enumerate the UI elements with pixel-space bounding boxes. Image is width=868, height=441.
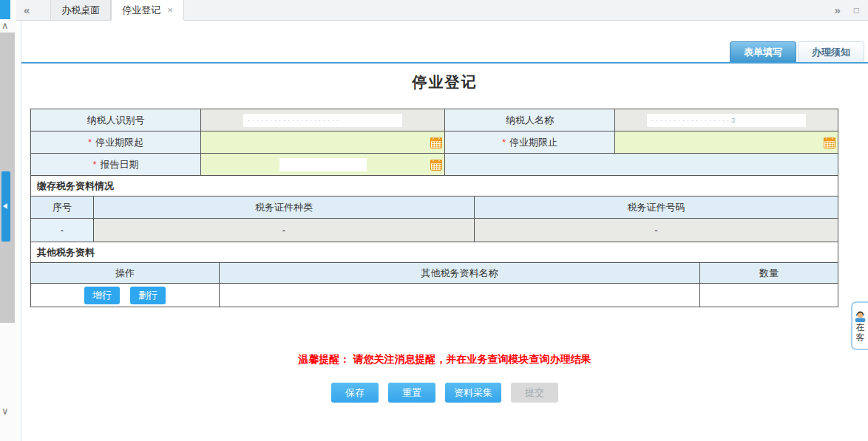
calendar-icon[interactable] xyxy=(430,137,442,148)
page-title: 停业登记 xyxy=(21,72,868,92)
suspend-start-label: * 停业期限起 xyxy=(31,131,201,154)
service-label-char: 客 xyxy=(856,332,865,343)
collect-data-button[interactable]: 资料采集 xyxy=(445,383,501,403)
save-button[interactable]: 保存 xyxy=(331,383,379,403)
file-tab-desktop[interactable]: 办税桌面 xyxy=(50,0,111,20)
column-header-seq: 序号 xyxy=(31,196,94,219)
tab-form-fill[interactable]: 表单填写 xyxy=(730,41,796,62)
file-tab-label: 办税桌面 xyxy=(61,4,100,17)
tabs-scroll-left-icon[interactable]: « xyxy=(16,0,37,20)
masked-value: ····················· xyxy=(243,114,402,127)
column-header-quantity: 数量 xyxy=(700,263,838,284)
required-mark: * xyxy=(92,159,96,170)
column-header-other-doc-name: 其他税务资料名称 xyxy=(220,263,700,284)
taxpayer-name-field: ··················3 xyxy=(615,109,838,131)
label-text: 纳税人识别号 xyxy=(87,114,145,127)
file-tab-suspension[interactable]: 停业登记 × xyxy=(111,0,184,21)
reset-button[interactable]: 重置 xyxy=(388,383,435,403)
operation-cell: 增行 删行 xyxy=(31,284,220,307)
taxpayer-id-label: 纳税人识别号 xyxy=(31,109,201,131)
file-tab-label: 停业登记 xyxy=(122,4,160,17)
deposit-row-seq: - xyxy=(31,219,94,242)
masked-value xyxy=(279,158,367,171)
label-text: 报告日期 xyxy=(101,158,139,171)
add-row-button[interactable]: 增行 xyxy=(84,287,120,304)
page-tabs-row: 表单填写 办理须知 xyxy=(21,41,868,64)
deposit-row-cert-type: - xyxy=(94,219,475,242)
service-label-char: 在 xyxy=(856,322,865,332)
suspend-end-date-input[interactable] xyxy=(615,131,838,154)
collapse-left-arrow-icon xyxy=(3,203,7,209)
quantity-cell[interactable] xyxy=(700,284,838,307)
label-text: 纳税人名称 xyxy=(506,114,554,127)
empty-cell xyxy=(445,154,838,176)
required-mark: * xyxy=(88,137,92,148)
submit-button[interactable]: 提交 xyxy=(511,383,558,403)
reminder-text: 温馨提醒： 请您关注消息提醒，并在业务查询模块查询办理结果 xyxy=(21,353,868,366)
online-service-widget[interactable]: 在 客 xyxy=(851,301,868,350)
close-tab-icon[interactable]: × xyxy=(167,4,173,16)
report-date-label: * 报告日期 xyxy=(31,154,201,176)
calendar-icon[interactable] xyxy=(824,137,835,148)
other-section-title: 其他税务资料 xyxy=(31,242,838,263)
masked-value: ··················3 xyxy=(647,114,806,127)
column-header-operation: 操作 xyxy=(31,263,220,284)
tab-handling-notice[interactable]: 办理须知 xyxy=(798,41,864,62)
registration-form-table: 纳税人识别号 ····················· 纳税人名称 ·····… xyxy=(30,109,838,307)
customer-service-avatar-icon xyxy=(854,310,867,322)
deposit-row-cert-no: - xyxy=(475,219,838,242)
main-panel: 表单填写 办理须知 停业登记 纳税人识别号 ··················… xyxy=(21,21,868,441)
required-mark: * xyxy=(502,137,506,148)
taxpayer-id-field: ····················· xyxy=(201,109,445,131)
delete-row-button[interactable]: 删行 xyxy=(130,287,166,304)
rail-accent-block xyxy=(0,0,10,19)
maximize-icon[interactable]: □ xyxy=(854,5,859,16)
deposit-section-title: 缴存税务资料情况 xyxy=(31,176,838,196)
other-doc-name-cell[interactable] xyxy=(220,284,700,307)
suspend-end-label: * 停业期限止 xyxy=(445,131,615,154)
calendar-icon[interactable] xyxy=(430,159,442,171)
action-button-bar: 保存 重置 资料采集 提交 xyxy=(21,383,868,403)
report-date-input[interactable] xyxy=(201,154,445,176)
suspend-start-date-input[interactable] xyxy=(201,131,445,154)
column-header-cert-no: 税务证件号码 xyxy=(475,196,838,219)
left-rail: ∧ ∨ xyxy=(0,0,16,441)
tabs-scroll-right-icon[interactable]: » xyxy=(834,4,840,16)
rail-scroll-down-icon[interactable]: ∨ xyxy=(1,406,9,416)
sidebar-collapse-handle[interactable] xyxy=(1,171,10,242)
column-header-cert-type: 税务证件种类 xyxy=(94,196,475,219)
taxpayer-name-label: 纳税人名称 xyxy=(445,109,615,131)
rail-scroll-up-icon[interactable]: ∧ xyxy=(1,21,9,30)
label-text: 停业期限起 xyxy=(95,136,143,149)
label-text: 停业期限止 xyxy=(509,136,557,149)
window-tab-bar: « 办税桌面 停业登记 × » □ xyxy=(16,0,868,21)
